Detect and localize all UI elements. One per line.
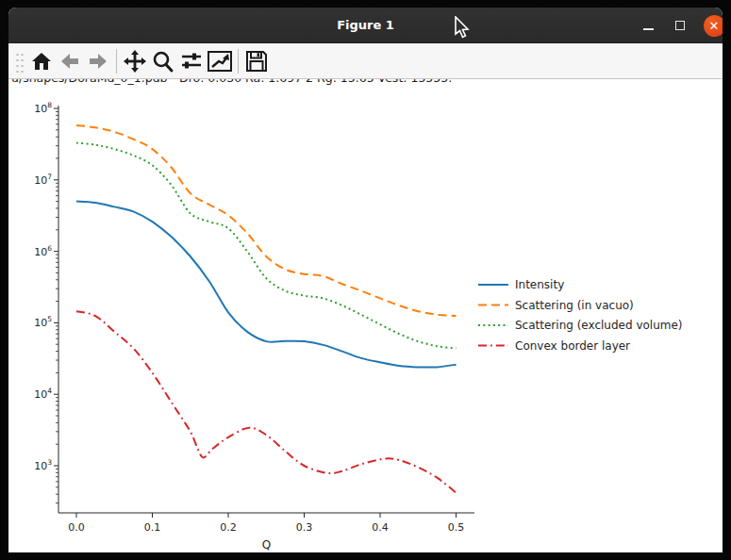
sliders-icon	[179, 49, 204, 74]
zoom-button[interactable]	[149, 46, 177, 76]
window-titlebar[interactable]: Figure 1 ✕	[8, 8, 723, 43]
minimize-icon	[643, 28, 654, 30]
matplotlib-toolbar	[8, 43, 723, 79]
svg-text:105: 105	[34, 315, 52, 329]
legend-label: Intensity	[515, 278, 564, 291]
configure-subplots-button[interactable]	[177, 46, 206, 76]
svg-text:0.1: 0.1	[144, 521, 161, 534]
back-button[interactable]	[56, 46, 84, 76]
maximize-icon	[675, 21, 685, 30]
series-convex-border-layer	[76, 311, 457, 492]
figure-window: Figure 1 ✕	[8, 8, 723, 552]
toolbar-separator	[238, 49, 239, 74]
legend-label: Convex border layer	[515, 339, 630, 353]
window-title: Figure 1	[8, 8, 723, 43]
toolbar-grip[interactable]	[14, 50, 24, 73]
svg-text:0.2: 0.2	[220, 521, 237, 534]
pan-icon	[123, 49, 147, 74]
home-icon	[30, 50, 53, 73]
svg-text:0.5: 0.5	[448, 521, 465, 534]
close-button[interactable]: ✕	[696, 8, 723, 43]
svg-text:103: 103	[34, 458, 52, 472]
save-button[interactable]	[242, 46, 271, 76]
back-arrow-icon	[58, 50, 81, 73]
chart-edit-icon	[207, 49, 233, 74]
legend-label: Scattering (in vacuo)	[515, 299, 634, 312]
series-scattering-in-vacuo	[76, 125, 457, 316]
mouse-cursor	[454, 16, 471, 41]
close-icon: ✕	[709, 19, 720, 31]
screenshot-root: Figure 1 ✕	[0, 0, 731, 560]
svg-text:0.0: 0.0	[68, 521, 85, 534]
zoom-icon	[151, 49, 175, 74]
figure-canvas[interactable]: u/shapes/DoraMd_0_1.pdb - Dro: 0.030 Ra:…	[8, 79, 723, 552]
edit-parameters-button[interactable]	[206, 46, 234, 76]
legend-label: Scattering (excluded volume)	[515, 319, 683, 332]
forward-arrow-icon	[87, 50, 109, 73]
pan-button[interactable]	[121, 46, 149, 76]
svg-text:108: 108	[34, 101, 52, 115]
svg-text:0.3: 0.3	[296, 521, 313, 534]
toolbar-separator	[116, 49, 117, 74]
series-scattering-excluded-volume	[76, 143, 457, 349]
svg-text:107: 107	[34, 173, 52, 187]
save-icon	[244, 49, 269, 74]
minimize-button[interactable]	[631, 8, 665, 43]
maximize-button[interactable]	[663, 8, 697, 43]
svg-text:0.4: 0.4	[372, 521, 389, 534]
series-intensity	[76, 202, 457, 368]
svg-text:Q: Q	[262, 538, 271, 552]
plot-area: 1031041051061071080.00.10.20.30.40.5QInt…	[8, 85, 723, 552]
svg-text:106: 106	[34, 244, 52, 258]
home-button[interactable]	[27, 46, 56, 76]
forward-button[interactable]	[84, 46, 112, 76]
svg-text:104: 104	[34, 387, 52, 401]
